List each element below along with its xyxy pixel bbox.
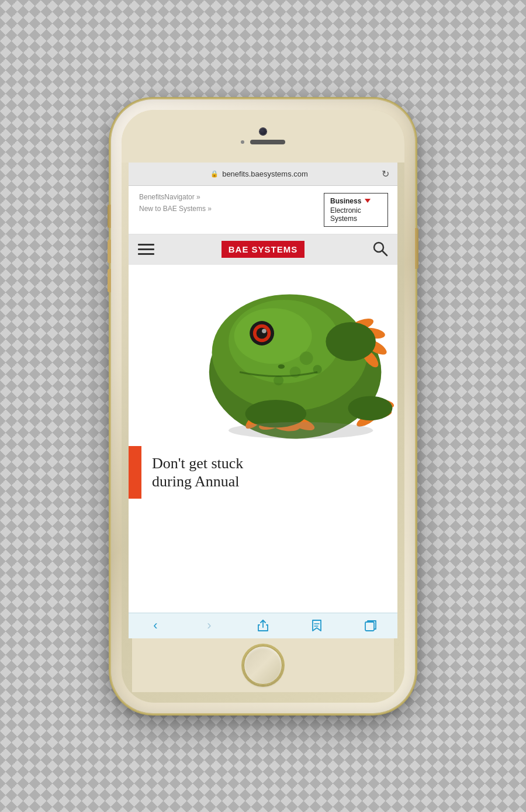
dropdown-box[interactable]: Business Electronic Systems: [324, 193, 388, 227]
bookmark-button[interactable]: [306, 617, 327, 634]
svg-point-29: [278, 364, 285, 369]
tabs-button[interactable]: [360, 617, 381, 634]
speaker: [250, 140, 285, 144]
dropdown-tertiary: Systems: [330, 215, 382, 223]
share-button[interactable]: [252, 617, 274, 634]
headline-line1: Don't get stuck: [152, 455, 243, 472]
content-area: Don't get stuck during Annual: [129, 446, 397, 499]
headline: Don't get stuck during Annual: [152, 454, 388, 490]
svg-point-24: [348, 396, 392, 420]
back-button[interactable]: ‹: [145, 617, 166, 634]
svg-rect-31: [365, 622, 374, 631]
phone-screen: 🔒 benefits.baesystems.com ↻ BenefitsNavi…: [129, 163, 397, 638]
nav-row: BenefitsNavigator » New to BAE Systems »…: [129, 186, 397, 234]
camera: [259, 128, 267, 135]
dropdown-subtitle: Electronic: [330, 206, 382, 215]
svg-point-30: [229, 422, 373, 439]
nav-link-new[interactable]: New to BAE Systems »: [138, 205, 212, 213]
url-content: 🔒 benefits.baesystems.com: [137, 170, 382, 178]
frog-svg: [129, 265, 397, 446]
search-icon[interactable]: [372, 240, 388, 259]
bae-logo: BAE SYSTEMS: [222, 241, 305, 258]
back-arrow-icon: ‹: [153, 618, 157, 633]
svg-point-28: [262, 329, 267, 333]
browser-toolbar: ‹ ›: [129, 613, 397, 638]
lock-icon: 🔒: [210, 170, 219, 178]
hamburger-menu-icon[interactable]: [138, 244, 154, 255]
nav-link-benefits[interactable]: BenefitsNavigator »: [138, 193, 212, 201]
refresh-icon[interactable]: ↻: [382, 168, 389, 179]
url-bar: 🔒 benefits.baesystems.com ↻: [129, 163, 397, 186]
orange-accent-bar: [129, 446, 141, 499]
phone-bottom: [132, 638, 394, 692]
nav-links: BenefitsNavigator » New to BAE Systems »: [138, 193, 212, 213]
dropdown-arrow-icon: [365, 199, 371, 203]
forward-button[interactable]: ›: [199, 617, 220, 634]
forward-arrow-icon: ›: [207, 618, 211, 633]
svg-point-15: [326, 322, 376, 361]
headline-line2: during Annual: [152, 473, 240, 490]
url-text: benefits.baesystems.com: [222, 170, 308, 178]
frog-image: [129, 265, 397, 446]
phone-bezel: 🔒 benefits.baesystems.com ↻ BenefitsNavi…: [122, 110, 404, 703]
svg-line-1: [382, 251, 387, 255]
svg-point-27: [257, 327, 268, 338]
dropdown-title: Business: [330, 197, 382, 205]
phone-mockup: 🔒 benefits.baesystems.com ↻ BenefitsNavi…: [111, 99, 415, 713]
home-button[interactable]: [243, 645, 283, 685]
speaker-row: [241, 140, 285, 144]
phone-top: [122, 110, 404, 163]
bae-header: BAE SYSTEMS: [129, 234, 397, 265]
dot: [241, 140, 244, 144]
svg-point-7: [300, 351, 313, 365]
